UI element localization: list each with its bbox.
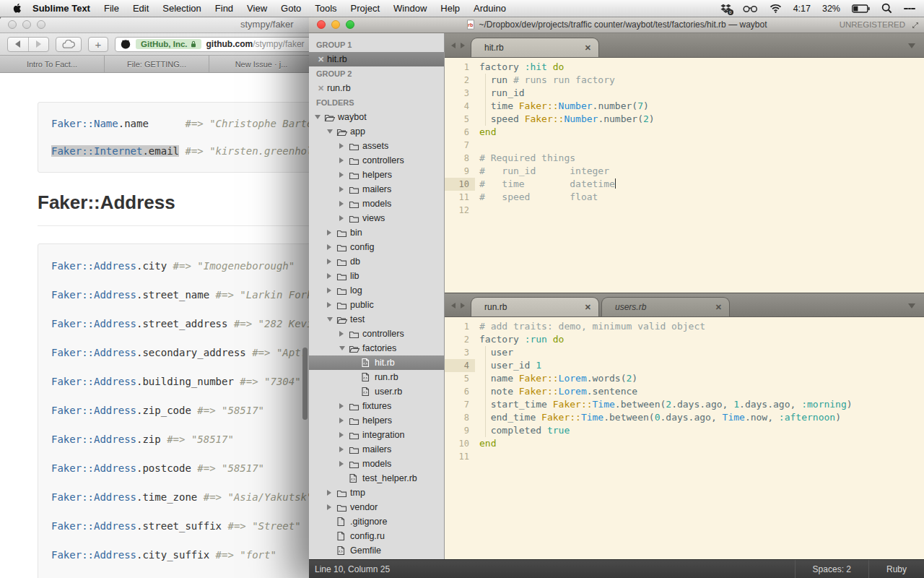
new-tab-button[interactable]: + (88, 37, 108, 52)
back-button[interactable] (8, 38, 28, 51)
icloud-tabs-button[interactable] (56, 37, 82, 52)
code-line[interactable]: 7 start_time Faker::Time.between(2.days.… (445, 398, 924, 411)
tree-folder-views[interactable]: views (309, 211, 444, 225)
tab-overflow-icon[interactable] (908, 43, 915, 48)
code-line[interactable]: 6 note Faker::Lorem.sentence (445, 385, 924, 398)
disclosure-triangle-icon[interactable] (339, 143, 349, 149)
menu-item-view[interactable]: View (247, 3, 267, 14)
menu-item-selection[interactable]: Selection (162, 3, 201, 14)
disclosure-triangle-icon[interactable] (339, 201, 349, 207)
minimize-window-button[interactable] (331, 20, 340, 29)
disclosure-triangle-icon[interactable] (327, 317, 336, 322)
tree-file--gitignore[interactable]: .gitignore (309, 514, 444, 529)
tree-folder-mailers[interactable]: mailers (309, 442, 444, 457)
tree-folder-vendor[interactable]: vendor (309, 500, 444, 514)
code-line[interactable]: 1factory :hit do (445, 61, 924, 74)
tree-file-Gemfile[interactable]: Gemfile (309, 543, 444, 558)
menu-clock[interactable]: 4:17 (793, 4, 811, 14)
tree-folder-waybot[interactable]: waybot (309, 110, 444, 124)
tab-scroll-left-icon[interactable] (451, 303, 456, 309)
code-line[interactable]: 11# speed float (445, 191, 924, 204)
menu-item-window[interactable]: Window (393, 3, 427, 14)
disclosure-triangle-icon[interactable] (339, 432, 349, 438)
code-line[interactable]: 5 speed Faker::Number.number(2) (445, 113, 924, 126)
disclosure-triangle-icon[interactable] (327, 504, 336, 510)
cursor-position-status[interactable]: Line 10, Column 25 (309, 564, 390, 574)
menu-item-file[interactable]: File (104, 3, 119, 14)
notification-center-icon[interactable] (904, 6, 915, 11)
disclosure-triangle-icon[interactable] (327, 244, 336, 250)
tree-file-config-ru[interactable]: config.ru (309, 529, 444, 543)
code-line[interactable]: 10end (445, 437, 924, 450)
disclosure-triangle-icon[interactable] (339, 346, 349, 350)
code-line[interactable]: 3 user (445, 346, 924, 359)
tree-folder-test[interactable]: test (309, 312, 444, 327)
tree-folder-controllers[interactable]: controllers (309, 327, 444, 341)
tree-folder-assets[interactable]: assets (309, 139, 444, 153)
zoom-window-button[interactable] (37, 20, 45, 29)
safari-scrollbar-thumb[interactable] (302, 348, 308, 420)
tree-file-run-rb[interactable]: run.rb (309, 370, 444, 384)
tab-users-rb[interactable]: users.rb ✕ (601, 297, 730, 316)
tree-folder-helpers[interactable]: helpers (309, 413, 444, 428)
code-line[interactable]: 2factory :run do (445, 333, 924, 346)
sublime-title-bar[interactable]: rb ~/Dropbox/dev/projects/traffic counte… (309, 17, 924, 33)
apple-menu-icon[interactable] (13, 3, 22, 14)
dropbox-icon[interactable]: 0 (720, 4, 731, 14)
editor-view-hit-rb[interactable]: 1factory :hit do2 run # runs run factory… (445, 58, 924, 293)
close-window-button[interactable] (317, 20, 326, 29)
tree-folder-db[interactable]: db (309, 254, 444, 269)
tree-folder-log[interactable]: log (309, 283, 444, 298)
disclosure-triangle-icon[interactable] (339, 186, 349, 192)
disclosure-triangle-icon[interactable] (339, 403, 349, 409)
editor-view-run-rb[interactable]: 1# add traits: demo, minimum valid objec… (445, 317, 924, 559)
disclosure-triangle-icon[interactable] (339, 447, 349, 452)
disclosure-triangle-icon[interactable] (327, 230, 336, 236)
menu-item-find[interactable]: Find (215, 3, 233, 14)
tree-folder-integration[interactable]: integration (309, 428, 444, 442)
code-line[interactable]: 11 (445, 450, 924, 463)
code-line[interactable]: 1# add traits: demo, minimum valid objec… (445, 320, 924, 333)
tree-folder-models[interactable]: models (309, 457, 444, 471)
zoom-window-button[interactable] (346, 20, 354, 29)
close-tab-icon[interactable]: ✕ (715, 303, 722, 312)
disclosure-triangle-icon[interactable] (339, 158, 349, 163)
open-file-hit-rb[interactable]: ✕hit.rb (309, 52, 444, 66)
menu-item-help[interactable]: Help (440, 3, 460, 14)
disclosure-triangle-icon[interactable] (315, 115, 324, 119)
tree-folder-public[interactable]: public (309, 298, 444, 312)
code-line[interactable]: 8 end_time Faker::Time.between(0.days.ag… (445, 411, 924, 424)
browser-tab-3[interactable]: New Issue · j... (209, 56, 314, 72)
disclosure-triangle-icon[interactable] (327, 288, 336, 293)
forward-button[interactable] (28, 38, 49, 51)
browser-tab-2[interactable]: File: GETTING... (105, 56, 209, 72)
code-line[interactable]: 2 run # runs run factory (445, 74, 924, 87)
tab-hit-rb[interactable]: hit.rb ✕ (471, 38, 599, 57)
open-file-run-rb[interactable]: ✕run.rb (309, 81, 444, 95)
close-window-button[interactable] (8, 20, 17, 29)
tab-scroll-left-icon[interactable] (451, 43, 456, 48)
menu-item-project[interactable]: Project (351, 3, 380, 14)
tree-folder-config[interactable]: config (309, 240, 444, 254)
wifi-icon[interactable] (770, 4, 782, 13)
tree-folder-bin[interactable]: bin (309, 225, 444, 240)
tree-folder-app[interactable]: app (309, 124, 444, 139)
tab-scroll-right-icon[interactable] (461, 303, 465, 309)
ev-certificate-badge[interactable]: GitHub, Inc. (136, 39, 201, 49)
code-line[interactable]: 3 run_id (445, 87, 924, 100)
browser-tab-1[interactable]: Intro To Fact... (0, 56, 105, 72)
close-file-icon[interactable]: ✕ (315, 84, 327, 93)
disclosure-triangle-icon[interactable] (339, 172, 349, 178)
code-line[interactable]: 10# time datetime (445, 178, 924, 191)
code-line[interactable]: 12 (445, 204, 924, 217)
tab-overflow-icon[interactable] (908, 303, 915, 309)
code-line[interactable]: 4 user_id 1 (445, 359, 924, 372)
code-line[interactable]: 6end (445, 126, 924, 139)
fullscreen-icon[interactable] (912, 21, 919, 31)
disclosure-triangle-icon[interactable] (339, 418, 349, 423)
indentation-status[interactable]: Spaces: 2 (795, 560, 868, 578)
tree-folder-helpers[interactable]: helpers (309, 168, 444, 182)
tree-folder-mailers[interactable]: mailers (309, 182, 444, 197)
tab-run-rb[interactable]: run.rb ✕ (471, 297, 599, 316)
disclosure-triangle-icon[interactable] (327, 259, 336, 264)
